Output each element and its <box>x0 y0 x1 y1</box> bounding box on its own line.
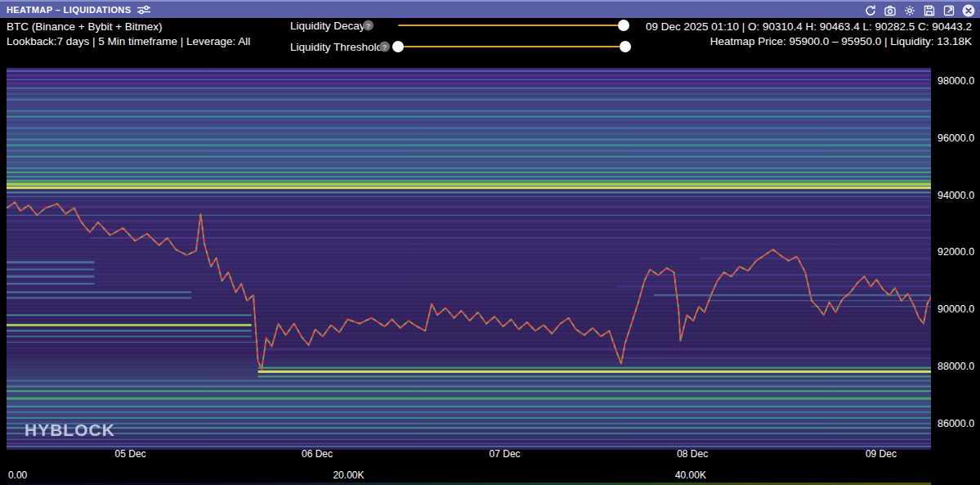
header-toolbar <box>857 3 975 17</box>
liquidity-band <box>7 156 931 158</box>
date-tick-label: 08 Dec <box>677 448 708 460</box>
liquidity-threshold-slider[interactable] <box>398 46 625 47</box>
liquidity-band <box>7 380 931 382</box>
liquidity-band <box>700 258 931 259</box>
liquidity-band <box>7 297 191 299</box>
liquidity-band <box>7 186 931 189</box>
liquidity-band <box>7 433 931 434</box>
liquidity-scale-label: 40.00K <box>675 469 706 481</box>
liquidity-threshold-label: Liquidity Threshold <box>290 41 383 53</box>
heatmap-canvas[interactable] <box>7 68 931 450</box>
liquidity-band <box>7 442 931 444</box>
liquidity-band <box>191 244 931 245</box>
liquidity-decay-help-icon[interactable]: ? <box>363 20 374 31</box>
liquidity-band <box>7 411 931 413</box>
liquidity-band <box>7 139 931 141</box>
liquidity-band <box>210 249 931 250</box>
liquidity-band <box>7 150 931 152</box>
liquidity-threshold-handle-min[interactable] <box>392 41 404 52</box>
liquidity-band <box>7 88 931 89</box>
liquidity-band <box>7 215 931 216</box>
liquidity-band <box>7 342 258 343</box>
liquidity-decay-label: Liquidity Decay <box>290 20 365 32</box>
liquidity-band <box>7 330 252 332</box>
liquidity-band <box>7 291 191 293</box>
liquidity-scale-label: 0.00 <box>8 469 27 481</box>
liquidity-band <box>7 74 931 76</box>
screenshot-camera-icon[interactable] <box>883 3 897 17</box>
liquidity-threshold-handle-max[interactable] <box>620 41 631 52</box>
liquidity-band <box>811 306 931 307</box>
liquidity-band <box>258 370 931 373</box>
liquidity-band <box>7 116 931 118</box>
ohlc-readout: 09 Dec 2025 01:10 | O: 90310.4 H: 90463.… <box>646 20 972 34</box>
liquidity-band <box>258 375 931 377</box>
liquidity-band <box>7 93 931 94</box>
liquidity-band <box>7 182 931 186</box>
liquidity-band <box>7 99 931 101</box>
liquidity-band <box>7 397 931 400</box>
liquidity-band <box>7 79 931 80</box>
price-tick-label: 98000.0 <box>937 75 974 87</box>
liquidity-band <box>617 285 932 287</box>
symbol-info: BTC (Binance + Bybit + Bitmex) Lookback:… <box>7 18 250 48</box>
expand-icon[interactable] <box>942 3 955 17</box>
liquidity-band <box>7 268 94 270</box>
liquidity-band <box>7 423 931 424</box>
liquidity-band <box>7 83 931 85</box>
date-tick-label: 06 Dec <box>302 448 333 460</box>
liquidity-decay-slider[interactable] <box>398 25 624 26</box>
liquidity-band <box>266 348 931 350</box>
save-icon[interactable] <box>922 3 936 17</box>
close-icon[interactable] <box>961 3 975 17</box>
liquidity-band <box>7 70 931 72</box>
liquidity-band <box>7 276 94 278</box>
liquidity-band <box>7 406 931 407</box>
symbol-line: BTC (Binance + Bybit + Bitmex) <box>7 20 250 34</box>
liquidity-threshold-help-icon[interactable]: ? <box>379 42 390 52</box>
price-tick-label: 88000.0 <box>937 361 974 372</box>
liquidity-band <box>7 283 94 285</box>
liquidity-band <box>7 229 931 230</box>
liquidity-band <box>7 206 931 208</box>
settings-gear-icon[interactable] <box>902 3 916 17</box>
liquidity-band <box>7 191 931 193</box>
liquidity-band <box>7 427 931 429</box>
filter-sliders-icon[interactable] <box>136 3 150 17</box>
liquidity-band <box>7 180 931 182</box>
liquidity-band <box>7 196 931 197</box>
window-header: HEATMAP – LIQUIDATIONS <box>0 0 980 18</box>
price-tick-label: 94000.0 <box>937 190 974 201</box>
date-tick-label: 07 Dec <box>490 448 521 460</box>
liquidity-band <box>7 105 931 106</box>
liquidity-band <box>7 162 931 163</box>
liquidity-band <box>90 237 931 239</box>
liquidity-band <box>7 110 931 112</box>
liquidity-band <box>7 261 94 263</box>
heatmap-chart[interactable]: HYBLOCK <box>7 68 931 450</box>
liquidity-band <box>7 176 931 177</box>
liquidity-band <box>617 357 932 359</box>
liquidity-band <box>258 367 931 369</box>
liquidity-band <box>7 446 931 447</box>
liquidity-band <box>7 417 931 419</box>
liquidity-band <box>7 144 931 146</box>
app-window: HEATMAP – LIQUIDATIONS <box>0 0 980 485</box>
price-tick-label: 86000.0 <box>937 418 974 429</box>
settings-line: Lookback:7 days | 5 Min timeframe | Leve… <box>7 34 250 48</box>
liquidity-band <box>7 439 931 440</box>
liquidity-band <box>7 386 931 388</box>
liquidity-scale-label: 20.00K <box>333 469 364 481</box>
status-readout: 09 Dec 2025 01:10 | O: 90310.4 H: 90463.… <box>646 18 972 48</box>
liquidity-decay-handle[interactable] <box>618 20 629 31</box>
refresh-icon[interactable] <box>863 3 877 17</box>
liquidity-band <box>7 335 252 337</box>
heatmap-price-readout: Heatmap Price: 95900.0 – 95950.0 | Liqui… <box>646 34 972 48</box>
price-tick-label: 96000.0 <box>937 132 974 144</box>
hyblock-watermark: HYBLOCK <box>25 420 115 440</box>
liquidity-band <box>7 220 931 222</box>
liquidity-band <box>7 324 252 326</box>
date-tick-label: 09 Dec <box>866 448 897 460</box>
price-tick-label: 90000.0 <box>937 303 974 315</box>
liquidity-band <box>7 128 931 129</box>
